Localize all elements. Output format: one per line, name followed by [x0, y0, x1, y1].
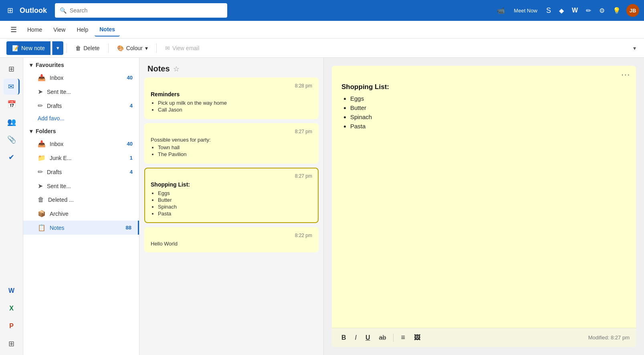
sidebar-icon-contacts[interactable]: 👥 — [4, 114, 20, 130]
italic-button[interactable]: I — [352, 332, 360, 344]
drafts-folder-icon: ✏ — [38, 168, 43, 176]
notes-list-title: Notes — [147, 64, 170, 73]
search-input[interactable] — [70, 7, 222, 14]
meet-now-button[interactable]: Meet Now — [511, 6, 541, 15]
note-card-reminders[interactable]: 8:28 pm Reminders Pick up milk on the wa… — [144, 77, 319, 119]
sidebar-icon-calendar[interactable]: 📅 — [4, 96, 20, 112]
sidebar-item-junk[interactable]: 📁 Junk E... 1 — [23, 151, 139, 165]
sidebar-item-sent[interactable]: ➤ Sent Ite... — [23, 179, 139, 193]
new-note-chevron-button[interactable]: ▾ — [52, 41, 63, 55]
sidebar-item-notes[interactable]: 📋 Notes 88 — [23, 221, 139, 235]
note-detail-title: Shopping List: — [341, 83, 626, 91]
bold-button[interactable]: B — [338, 332, 349, 344]
diamond-icon[interactable]: ◆ — [557, 4, 566, 17]
notes-folder-icon: 📋 — [38, 224, 46, 231]
sidebar-item-deleted[interactable]: 🗑 Deleted ... — [23, 193, 139, 207]
sent-folder-icon: ➤ — [38, 182, 43, 190]
folders-header[interactable]: ▾ Folders — [23, 124, 139, 137]
sidebar-icon-mail[interactable]: ✉ — [4, 79, 20, 95]
delete-icon: 🗑 — [75, 45, 81, 51]
underline-button[interactable]: U — [362, 332, 373, 344]
drafts-icon: ✏ — [38, 102, 43, 110]
notes-list-star-icon[interactable]: ☆ — [173, 65, 180, 73]
toolbar-sep-1 — [67, 43, 67, 53]
note-card-body-venues: Possible venues for party: Town hall The… — [151, 137, 312, 157]
list-button[interactable]: ≡ — [398, 331, 408, 344]
list-item: Spinach — [350, 114, 626, 120]
new-note-button[interactable]: 📝 New note — [6, 41, 50, 55]
note-card-shopping[interactable]: 8:27 pm Shopping List: Eggs Butter Spina… — [144, 168, 319, 223]
help-icon[interactable]: 💡 — [610, 4, 623, 17]
toolbar-sep-3 — [156, 43, 157, 53]
sidebar-item-archive[interactable]: 📦 Archive — [23, 207, 139, 221]
note-card-time-hello: 8:22 pm — [151, 233, 312, 238]
favourites-header[interactable]: ▾ Favourites — [23, 58, 139, 71]
main-content: ⊞ ✉ 📅 👥 📎 ✔ W X P ⊞ ▾ Favourites 📥 Inbox… — [0, 58, 644, 355]
note-detail-menu-icon[interactable]: ··· — [621, 70, 630, 79]
grid-icon[interactable]: ⊞ — [5, 4, 16, 17]
junk-icon: 📁 — [38, 154, 46, 162]
nav-help[interactable]: Help — [72, 23, 93, 36]
colour-chevron-icon: ▾ — [145, 45, 148, 51]
sidebar-item-inbox-fav[interactable]: 📥 Inbox 40 — [23, 71, 139, 85]
toolbar-expand-icon[interactable]: ▾ — [632, 43, 638, 53]
note-detail-card: ··· Shopping List: Eggs Butter Spinach P… — [332, 66, 636, 347]
archive-icon: 📦 — [38, 210, 46, 217]
camera-icon[interactable]: 📹 — [495, 4, 507, 17]
sidebar-icon-more-apps[interactable]: ⊞ — [4, 336, 20, 352]
nav-notes[interactable]: Notes — [95, 23, 120, 37]
sidebar-icon-word[interactable]: W — [4, 283, 20, 299]
list-item: Pasta — [350, 123, 626, 130]
deleted-icon: 🗑 — [38, 196, 44, 203]
note-detail-toolbar: B I U ab ≡ 🖼 Modified: 8:27 pm — [332, 328, 636, 347]
sent-icon: ➤ — [38, 88, 43, 95]
sidebar: ▾ Favourites 📥 Inbox 40 ➤ Sent Ite... ✏ … — [23, 58, 139, 355]
secondary-nav: ☰ Home View Help Notes — [0, 21, 644, 39]
colour-button[interactable]: 🎨 Colour ▾ — [112, 41, 153, 55]
settings-icon[interactable]: ⚙ — [597, 4, 607, 17]
chevron-down-icon-folders: ▾ — [30, 128, 32, 134]
notes-list-scroll[interactable]: 8:28 pm Reminders Pick up milk on the wa… — [139, 77, 323, 355]
sidebar-icon-people-grid[interactable]: ⊞ — [4, 61, 20, 77]
add-favourite-button[interactable]: Add favo... — [23, 113, 139, 124]
sidebar-icon-excel[interactable]: X — [4, 300, 20, 316]
hamburger-icon[interactable]: ☰ — [6, 23, 21, 37]
top-bar: ⊞ Outlook 🔍 📹 Meet Now S ◆ W ✏ ⚙ 💡 JB — [0, 0, 644, 21]
word-top-icon[interactable]: W — [569, 4, 580, 16]
notes-list-header: Notes ☆ — [139, 58, 323, 77]
image-button[interactable]: 🖼 — [411, 332, 424, 344]
toolbar: 📝 New note ▾ 🗑 Delete 🎨 Colour ▾ ✉ View … — [0, 39, 644, 58]
app-icons-bar: ⊞ ✉ 📅 👥 📎 ✔ W X P ⊞ — [0, 58, 23, 355]
sidebar-item-drafts-fav[interactable]: ✏ Drafts 4 — [23, 99, 139, 113]
search-bar[interactable]: 🔍 — [55, 3, 227, 18]
sidebar-item-sent-fav[interactable]: ➤ Sent Ite... — [23, 85, 139, 99]
view-email-button[interactable]: ✉ View email — [160, 41, 204, 55]
strikethrough-button[interactable]: ab — [376, 332, 390, 344]
note-card-venues[interactable]: 8:27 pm Possible venues for party: Town … — [144, 123, 319, 164]
note-card-hello[interactable]: 8:22 pm Hello World — [144, 227, 319, 252]
toolbar-sep-2 — [108, 43, 109, 53]
nav-view[interactable]: View — [48, 23, 70, 36]
app-logo: Outlook — [20, 6, 47, 15]
sidebar-icon-tasks[interactable]: ✔ — [4, 149, 20, 165]
note-detail-list: Eggs Butter Spinach Pasta — [341, 95, 626, 130]
note-card-body: Pick up milk on the way home Call Jason — [151, 100, 312, 113]
nav-home[interactable]: Home — [22, 23, 47, 36]
sidebar-icon-attachments[interactable]: 📎 — [4, 132, 20, 148]
inbox-icon: 📥 — [38, 74, 46, 81]
email-icon: ✉ — [165, 45, 170, 51]
delete-button[interactable]: 🗑 Delete — [70, 41, 105, 55]
sidebar-item-inbox[interactable]: 📥 Inbox 40 — [23, 137, 139, 151]
note-detail-content[interactable]: Shopping List: Eggs Butter Spinach Pasta — [332, 79, 636, 328]
search-icon: 🔍 — [60, 7, 67, 14]
skype-icon[interactable]: S — [544, 4, 553, 17]
new-note-icon: 📝 — [12, 45, 19, 51]
avatar[interactable]: JB — [626, 4, 639, 17]
colour-icon: 🎨 — [117, 45, 124, 51]
note-modified-label: Modified: 8:27 pm — [588, 335, 630, 341]
notes-list-panel: Notes ☆ 8:28 pm Reminders Pick up milk o… — [139, 58, 324, 355]
note-detail-top: ··· — [332, 66, 636, 79]
feedback-icon[interactable]: ✏ — [583, 4, 594, 17]
sidebar-item-drafts[interactable]: ✏ Drafts 4 — [23, 165, 139, 179]
sidebar-icon-powerpoint[interactable]: P — [4, 318, 20, 334]
